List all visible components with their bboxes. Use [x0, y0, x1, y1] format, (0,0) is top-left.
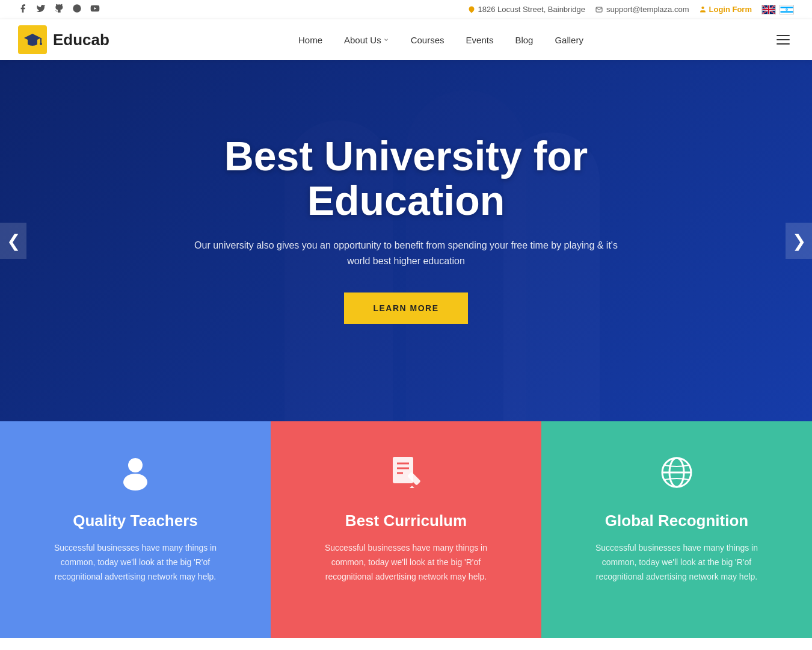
- nav-home[interactable]: Home: [290, 29, 331, 51]
- topbar: 1826 Locust Street, Bainbridge support@t…: [0, 0, 812, 19]
- hero-subtitle: Our university also gives you an opportu…: [189, 238, 623, 268]
- hamburger-line-1: [777, 35, 790, 36]
- hero-section: ❮ Best University for Education Our univ…: [0, 60, 812, 421]
- card-global-recognition: Global Recognition Successful businesses…: [541, 421, 812, 638]
- svg-point-15: [123, 474, 147, 491]
- svg-point-14: [128, 458, 143, 472]
- youtube-link[interactable]: [90, 4, 100, 15]
- hamburger-menu[interactable]: [772, 29, 794, 51]
- best-curriculum-icon: [385, 451, 427, 494]
- topbar-info: 1826 Locust Street, Bainbridge support@t…: [468, 5, 795, 14]
- best-curriculum-title: Best Curriculum: [345, 512, 467, 530]
- svg-rect-16: [393, 457, 413, 483]
- logo-text: Educab: [53, 31, 109, 49]
- email-info: support@templaza.com: [595, 5, 689, 14]
- logo[interactable]: Educab: [18, 25, 109, 54]
- github-link[interactable]: [54, 4, 64, 15]
- twitter-link[interactable]: [36, 4, 46, 15]
- quality-teachers-title: Quality Teachers: [73, 512, 198, 530]
- graduation-cap-icon: [22, 29, 43, 51]
- email-icon: [595, 6, 603, 13]
- address-text: 1826 Locust Street, Bainbridge: [478, 5, 586, 14]
- nav-links: Home About Us Courses Events Blog Galler…: [290, 29, 592, 51]
- global-recognition-desc: Successful businesses have many things i…: [592, 541, 761, 584]
- hero-prev-button[interactable]: ❮: [0, 223, 26, 259]
- hero-next-button[interactable]: ❯: [786, 223, 812, 259]
- chevron-down-icon: [383, 37, 389, 43]
- navbar: Educab Home About Us Courses Events Blog…: [0, 19, 812, 60]
- person-icon: [699, 5, 707, 13]
- svg-rect-7: [781, 11, 793, 12]
- svg-point-13: [40, 43, 42, 45]
- location-icon: [468, 5, 475, 14]
- card-quality-teachers: Quality Teachers Successful businesses h…: [0, 421, 271, 638]
- logo-icon: [18, 25, 47, 54]
- svg-point-0: [73, 4, 81, 12]
- next-icon: ❯: [792, 231, 806, 251]
- dribbble-link[interactable]: [72, 4, 82, 15]
- global-recognition-icon: [656, 451, 698, 494]
- quality-teachers-desc: Successful businesses have many things i…: [51, 541, 220, 584]
- nav-about[interactable]: About Us: [336, 29, 398, 51]
- hero-cta-button[interactable]: LEARN MORE: [344, 292, 467, 324]
- quality-teachers-icon: [114, 451, 156, 494]
- language-flags: [761, 5, 794, 14]
- hero-content: Best University for Education Our univer…: [135, 98, 677, 385]
- global-recognition-title: Global Recognition: [605, 512, 748, 530]
- prev-icon: ❮: [7, 231, 20, 251]
- nav-gallery[interactable]: Gallery: [546, 29, 592, 51]
- social-links: [18, 4, 100, 15]
- svg-marker-21: [410, 486, 414, 488]
- login-text: Login Form: [709, 5, 752, 14]
- best-curriculum-desc: Successful businesses have many things i…: [322, 541, 490, 584]
- email-text: support@templaza.com: [606, 5, 689, 14]
- flag-en[interactable]: [761, 5, 776, 14]
- cards-section: Quality Teachers Successful businesses h…: [0, 421, 812, 638]
- address-info: 1826 Locust Street, Bainbridge: [468, 5, 586, 14]
- nav-courses[interactable]: Courses: [402, 29, 453, 51]
- hamburger-line-2: [777, 39, 790, 40]
- facebook-link[interactable]: [18, 4, 28, 15]
- nav-events[interactable]: Events: [458, 29, 502, 51]
- svg-point-3: [701, 7, 704, 9]
- hero-title: Best University for Education: [153, 134, 659, 224]
- flag-he[interactable]: [780, 5, 794, 14]
- login-link[interactable]: Login Form: [699, 5, 752, 14]
- nav-blog[interactable]: Blog: [506, 29, 541, 51]
- card-best-curriculum: Best Curriculum Successful businesses ha…: [271, 421, 541, 638]
- svg-point-2: [470, 8, 472, 10]
- svg-rect-6: [781, 7, 793, 8]
- hamburger-line-3: [777, 43, 790, 45]
